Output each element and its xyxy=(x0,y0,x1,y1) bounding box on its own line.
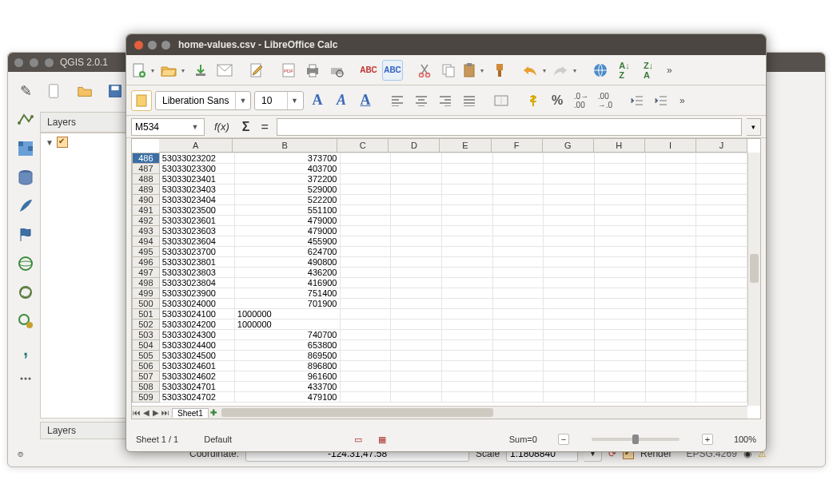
cell[interactable] xyxy=(544,247,595,257)
cell[interactable] xyxy=(594,236,645,247)
tab-nav-next[interactable]: ▶ xyxy=(151,408,161,417)
undo-button[interactable]: ▾ xyxy=(521,60,548,81)
cell[interactable]: 436200 xyxy=(234,268,340,278)
cell[interactable] xyxy=(441,319,492,330)
cell[interactable] xyxy=(544,319,595,330)
cell[interactable] xyxy=(492,299,544,309)
cell[interactable]: 653800 xyxy=(234,340,340,351)
cell[interactable] xyxy=(391,216,442,226)
cell[interactable]: 522200 xyxy=(234,195,340,205)
cell[interactable] xyxy=(696,268,747,278)
cell[interactable] xyxy=(594,185,645,195)
cell[interactable] xyxy=(391,174,442,185)
cell[interactable]: 479000 xyxy=(234,226,340,236)
decrease-indent-button[interactable] xyxy=(627,90,648,111)
cell[interactable] xyxy=(340,309,391,319)
column-header[interactable]: G xyxy=(543,139,594,152)
cell[interactable] xyxy=(696,195,747,205)
maximize-icon[interactable] xyxy=(161,41,170,50)
more-options-icon[interactable] xyxy=(14,367,37,390)
window-max-icon[interactable] xyxy=(45,58,54,67)
cell[interactable] xyxy=(594,195,645,205)
layer-row[interactable]: ▼ xyxy=(41,133,127,151)
cell[interactable]: 53033023601 xyxy=(159,216,234,226)
cell[interactable]: 961600 xyxy=(234,371,340,382)
zoom-out-button[interactable]: − xyxy=(558,434,569,445)
format-paintbrush-button[interactable] xyxy=(489,60,510,81)
paste-button[interactable]: ▾ xyxy=(462,60,486,81)
italic-button[interactable]: A xyxy=(331,90,352,111)
cell[interactable] xyxy=(544,309,595,319)
table-row[interactable]: 50553033024500869500 xyxy=(133,351,747,361)
column-headers[interactable]: ABCDEFGHIJ xyxy=(159,139,747,153)
table-row[interactable]: 502530330242001000000 xyxy=(133,319,747,330)
cell[interactable] xyxy=(544,205,595,216)
cell[interactable] xyxy=(645,174,696,185)
cell[interactable] xyxy=(544,382,595,392)
table-row[interactable]: 48653033023202373700 xyxy=(133,153,747,164)
remove-decimal-button[interactable]: .00→.0 xyxy=(595,90,616,111)
cell[interactable] xyxy=(492,195,544,205)
table-row[interactable]: 49953033023900751400 xyxy=(133,288,747,299)
cell[interactable] xyxy=(492,371,544,382)
font-size-combo[interactable]: 10▼ xyxy=(254,91,304,110)
align-left-button[interactable] xyxy=(387,90,408,111)
globe-gear-icon[interactable] xyxy=(14,310,37,332)
zoom-in-button[interactable]: + xyxy=(702,434,713,445)
cell[interactable] xyxy=(391,247,442,257)
row-header[interactable]: 492 xyxy=(133,216,160,226)
row-header[interactable]: 502 xyxy=(133,319,160,330)
formula-dropdown[interactable]: ▾ xyxy=(747,118,761,136)
cell[interactable] xyxy=(391,268,442,278)
cell[interactable]: 896800 xyxy=(234,361,340,371)
cell[interactable] xyxy=(492,340,544,351)
currency-button[interactable] xyxy=(523,90,544,111)
cell[interactable] xyxy=(544,278,595,288)
spreadsheet-grid[interactable]: ABCDEFGHIJ 48653033023202373700487530330… xyxy=(131,138,761,419)
cell[interactable]: 53033023900 xyxy=(159,288,234,299)
merge-cells-button[interactable] xyxy=(491,90,512,111)
cell[interactable] xyxy=(391,278,442,288)
copy-button[interactable] xyxy=(438,60,459,81)
tab-nav-first[interactable]: ⏮ xyxy=(132,408,141,417)
cell[interactable]: 490800 xyxy=(234,257,340,268)
cell[interactable] xyxy=(594,361,645,371)
cell[interactable] xyxy=(492,174,544,185)
cell[interactable] xyxy=(544,361,595,371)
table-row[interactable]: 49553033023700624700 xyxy=(133,247,747,257)
raster-icon[interactable] xyxy=(14,137,37,160)
row-header[interactable]: 488 xyxy=(133,174,160,185)
cell[interactable] xyxy=(492,164,544,174)
column-header[interactable]: A xyxy=(159,139,233,152)
name-box-input[interactable] xyxy=(132,121,188,133)
slider-thumb[interactable] xyxy=(632,435,639,444)
cell[interactable] xyxy=(696,216,747,226)
chevron-down-icon[interactable]: ▼ xyxy=(46,138,54,147)
add-sheet-button[interactable]: ✚ xyxy=(210,408,217,417)
cell[interactable] xyxy=(441,340,492,351)
globe-network-icon[interactable] xyxy=(14,252,37,275)
cell[interactable] xyxy=(696,371,747,382)
cell[interactable]: 53033023500 xyxy=(159,205,234,216)
cell[interactable] xyxy=(340,299,391,309)
cell[interactable] xyxy=(544,268,595,278)
cell[interactable] xyxy=(696,288,747,299)
print-preview-button[interactable] xyxy=(326,60,347,81)
font-name-combo[interactable]: Liberation Sans▼ xyxy=(155,91,251,110)
cell[interactable]: 433700 xyxy=(234,382,340,392)
cell[interactable] xyxy=(594,351,645,361)
cell[interactable] xyxy=(696,361,747,371)
redo-button[interactable]: ▾ xyxy=(552,60,579,81)
column-header[interactable]: B xyxy=(233,139,337,152)
horizontal-scrollbar[interactable] xyxy=(220,406,747,419)
chevron-down-icon[interactable]: ▼ xyxy=(235,92,249,109)
cell[interactable] xyxy=(492,309,544,319)
table-row[interactable]: 48953033023403529000 xyxy=(133,185,747,195)
status-zoom[interactable]: 100% xyxy=(729,435,761,444)
cell[interactable] xyxy=(492,288,544,299)
cell[interactable] xyxy=(594,382,645,392)
table-row[interactable]: 49653033023801490800 xyxy=(133,257,747,268)
sort-asc-button[interactable]: A↓Z xyxy=(614,60,635,81)
cell[interactable] xyxy=(696,299,747,309)
cell[interactable] xyxy=(441,288,492,299)
